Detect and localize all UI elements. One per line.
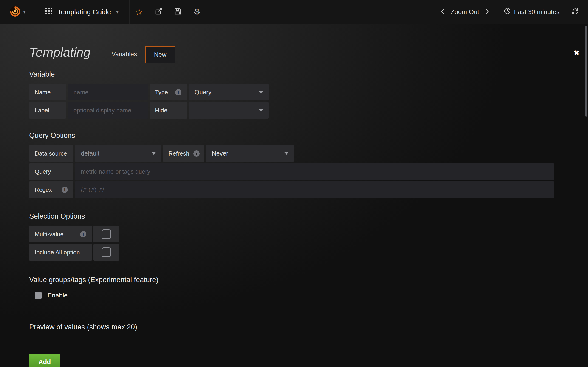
- refresh-icon: [571, 8, 579, 16]
- checkbox-outline-icon: [102, 229, 111, 239]
- chevron-down-icon: ▾: [116, 9, 119, 15]
- caret-down-icon: [259, 91, 263, 94]
- regex-label-text: Regex: [35, 186, 52, 193]
- info-icon: i: [80, 231, 86, 237]
- refresh-label: Refresh i: [163, 145, 204, 162]
- type-label: Type i: [149, 84, 187, 100]
- name-input[interactable]: [68, 84, 148, 100]
- save-icon: [174, 8, 182, 16]
- share-button[interactable]: [149, 0, 168, 24]
- row-include-all: Include All option: [29, 244, 585, 261]
- grafana-logo-button[interactable]: ▾: [0, 0, 35, 24]
- variable-heading: Variable: [29, 70, 585, 78]
- caret-down-icon: [284, 152, 288, 155]
- query-input[interactable]: [75, 163, 554, 180]
- time-range-picker-button[interactable]: Last 30 minutes: [504, 8, 560, 16]
- name-label: Name: [29, 84, 66, 100]
- grafana-logo-icon: [9, 5, 21, 19]
- datasource-select[interactable]: default: [75, 145, 161, 162]
- info-icon: i: [61, 187, 68, 193]
- chevron-down-icon: ▾: [23, 9, 26, 15]
- enable-checkbox[interactable]: [35, 292, 42, 299]
- variable-row-label-hide: Label Hide: [29, 102, 585, 119]
- navbar-spacer: [207, 0, 437, 24]
- type-label-text: Type: [155, 89, 168, 96]
- time-controls: Zoom Out Last 30 minutes: [437, 0, 588, 24]
- refresh-select-value: Never: [212, 150, 228, 157]
- include-all-label: Include All option: [29, 244, 92, 261]
- checkbox-outline-icon: [102, 248, 111, 257]
- preview-section: Preview of values (shows max 20) Add: [21, 323, 585, 367]
- regex-label: Regex i: [29, 181, 73, 198]
- variable-row-name-type: Name Type i Query: [29, 84, 585, 100]
- info-icon: i: [175, 89, 182, 95]
- row-datasource-refresh: Data source default Refresh i Never: [29, 145, 585, 162]
- row-regex: Regex i: [29, 181, 585, 198]
- query-options-heading: Query Options: [29, 131, 585, 140]
- selection-options-heading: Selection Options: [29, 212, 585, 220]
- hide-label: Hide: [149, 102, 187, 119]
- dashboard-title: Templating Guide: [57, 8, 111, 16]
- refresh-button[interactable]: [571, 8, 579, 16]
- gear-icon: ⚙: [193, 8, 200, 16]
- preview-heading: Preview of values (shows max 20): [29, 323, 585, 331]
- zoom-out-button[interactable]: Zoom Out: [448, 8, 482, 16]
- clock-icon: [504, 8, 511, 16]
- regex-input[interactable]: [75, 181, 554, 198]
- shift-time-forward-button[interactable]: [482, 8, 493, 16]
- variable-section: Variable Name Type i Query Label Hide: [21, 70, 585, 119]
- include-all-label-text: Include All option: [35, 249, 80, 256]
- multi-value-label: Multi-value i: [29, 226, 92, 242]
- query-label: Query: [29, 163, 73, 180]
- editor-tabs: Variables New: [103, 46, 175, 63]
- dashboard-grid-icon: [45, 8, 52, 16]
- type-select-value: Query: [195, 89, 212, 96]
- share-icon: [155, 8, 162, 16]
- chevron-left-icon: [441, 8, 445, 16]
- star-icon: ☆: [135, 8, 143, 16]
- refresh-label-text: Refresh: [168, 150, 189, 157]
- star-button[interactable]: ☆: [130, 0, 149, 24]
- datasource-select-value: default: [81, 150, 99, 157]
- label-label: Label: [29, 102, 66, 119]
- dashboard-title-button[interactable]: Templating Guide ▾: [35, 0, 130, 24]
- templating-editor: Templating Variables New ✖ Variable Name…: [0, 45, 588, 367]
- refresh-select[interactable]: Never: [206, 145, 294, 162]
- caret-down-icon: [259, 109, 263, 112]
- close-icon[interactable]: ✖: [574, 49, 585, 60]
- enable-label: Enable: [48, 292, 68, 299]
- chevron-right-icon: [485, 8, 489, 16]
- scrollbar-thumb[interactable]: [585, 26, 587, 117]
- settings-button[interactable]: ⚙: [187, 0, 207, 24]
- time-range-label: Last 30 minutes: [514, 8, 560, 16]
- value-groups-heading: Value groups/tags (Experimental feature): [29, 276, 585, 284]
- hide-label-text: Hide: [155, 107, 167, 114]
- selection-options-section: Selection Options Multi-value i Include …: [21, 212, 585, 261]
- label-input[interactable]: [68, 102, 148, 119]
- type-select[interactable]: Query: [189, 84, 268, 100]
- query-options-section: Query Options Data source default Refres…: [21, 131, 585, 198]
- row-multi-value: Multi-value i: [29, 226, 585, 242]
- tab-underline: [21, 63, 585, 63]
- editor-header: Templating Variables New ✖: [21, 45, 585, 63]
- value-groups-section: Value groups/tags (Experimental feature)…: [21, 276, 585, 299]
- caret-down-icon: [152, 152, 156, 155]
- multi-value-label-text: Multi-value: [35, 231, 64, 238]
- enable-row: Enable: [29, 292, 585, 299]
- hide-select[interactable]: [189, 102, 268, 119]
- page-title: Templating: [21, 45, 90, 63]
- tab-variables[interactable]: Variables: [103, 46, 145, 63]
- include-all-checkbox[interactable]: [94, 244, 119, 261]
- info-icon: i: [193, 150, 199, 157]
- tab-new[interactable]: New: [145, 46, 175, 63]
- row-query: Query: [29, 163, 585, 180]
- shift-time-back-button[interactable]: [437, 8, 448, 16]
- add-button[interactable]: Add: [29, 354, 60, 367]
- datasource-label: Data source: [29, 145, 73, 162]
- save-button[interactable]: [168, 0, 187, 24]
- navbar: ▾ Templating Guide ▾ ☆: [0, 0, 588, 24]
- multi-value-checkbox[interactable]: [94, 226, 119, 242]
